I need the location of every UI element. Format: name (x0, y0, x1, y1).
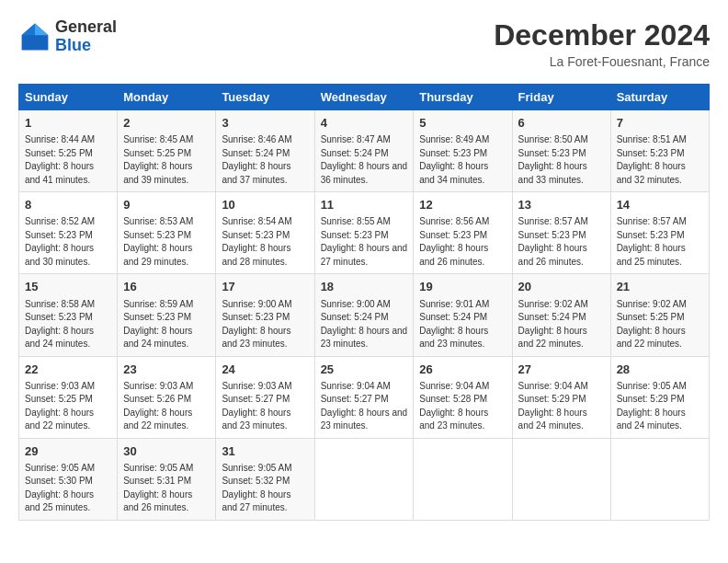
table-row (314, 438, 414, 520)
calendar-week-row: 22Sunrise: 9:03 AMSunset: 5:25 PMDayligh… (19, 356, 710, 438)
day-detail: Sunrise: 8:47 AMSunset: 5:24 PMDaylight:… (321, 133, 408, 187)
table-row: 19Sunrise: 9:01 AMSunset: 5:24 PMDayligh… (414, 274, 512, 356)
day-number: 3 (222, 115, 308, 132)
table-row: 5Sunrise: 8:49 AMSunset: 5:23 PMDaylight… (414, 110, 512, 192)
day-number: 17 (222, 279, 308, 295)
day-detail: Sunrise: 8:53 AMSunset: 5:23 PMDaylight:… (123, 215, 210, 269)
day-number: 7 (617, 115, 703, 132)
table-row: 11Sunrise: 8:55 AMSunset: 5:23 PMDayligh… (314, 192, 414, 274)
table-row: 15Sunrise: 8:58 AMSunset: 5:23 PMDayligh… (19, 274, 118, 356)
day-number: 21 (617, 279, 703, 295)
day-detail: Sunrise: 9:02 AMSunset: 5:24 PMDaylight:… (518, 298, 605, 351)
day-number: 27 (518, 362, 605, 378)
day-number: 19 (419, 279, 506, 295)
day-detail: Sunrise: 8:55 AMSunset: 5:23 PMDaylight:… (321, 215, 408, 269)
table-row: 2Sunrise: 8:45 AMSunset: 5:25 PMDaylight… (118, 110, 216, 192)
table-row: 24Sunrise: 9:03 AMSunset: 5:27 PMDayligh… (216, 356, 314, 438)
table-row: 7Sunrise: 8:51 AMSunset: 5:23 PMDaylight… (610, 110, 709, 192)
table-row (512, 438, 610, 520)
table-row: 4Sunrise: 8:47 AMSunset: 5:24 PMDaylight… (314, 110, 414, 192)
table-row (414, 438, 512, 520)
day-number: 9 (123, 197, 210, 213)
table-row: 20Sunrise: 9:02 AMSunset: 5:24 PMDayligh… (512, 274, 610, 356)
table-row: 9Sunrise: 8:53 AMSunset: 5:23 PMDaylight… (118, 192, 216, 274)
col-wednesday: Wednesday (314, 85, 414, 110)
day-number: 8 (25, 197, 111, 213)
day-detail: Sunrise: 8:49 AMSunset: 5:23 PMDaylight:… (419, 133, 506, 187)
day-detail: Sunrise: 9:00 AMSunset: 5:23 PMDaylight:… (222, 298, 308, 351)
table-row: 13Sunrise: 8:57 AMSunset: 5:23 PMDayligh… (512, 192, 610, 274)
table-row: 18Sunrise: 9:00 AMSunset: 5:24 PMDayligh… (314, 274, 414, 356)
day-detail: Sunrise: 9:03 AMSunset: 5:26 PMDaylight:… (123, 380, 210, 433)
logo-blue-text: Blue (55, 37, 117, 55)
col-tuesday: Tuesday (216, 85, 314, 110)
day-detail: Sunrise: 8:58 AMSunset: 5:23 PMDaylight:… (25, 298, 111, 351)
logo-icon (18, 20, 51, 53)
table-row: 12Sunrise: 8:56 AMSunset: 5:23 PMDayligh… (414, 192, 512, 274)
table-row: 22Sunrise: 9:03 AMSunset: 5:25 PMDayligh… (19, 356, 118, 438)
calendar-week-row: 1Sunrise: 8:44 AMSunset: 5:25 PMDaylight… (19, 110, 710, 192)
day-number: 13 (518, 197, 605, 213)
svg-marker-2 (22, 23, 35, 35)
calendar-table: Sunday Monday Tuesday Wednesday Thursday… (18, 84, 710, 521)
table-row: 25Sunrise: 9:04 AMSunset: 5:27 PMDayligh… (314, 356, 414, 438)
col-sunday: Sunday (19, 85, 118, 110)
table-row: 30Sunrise: 9:05 AMSunset: 5:31 PMDayligh… (118, 438, 216, 520)
month-title: December 2024 (494, 18, 710, 52)
day-detail: Sunrise: 9:05 AMSunset: 5:31 PMDaylight:… (123, 462, 210, 515)
logo: General Blue (18, 18, 117, 55)
calendar-week-row: 29Sunrise: 9:05 AMSunset: 5:30 PMDayligh… (19, 438, 710, 520)
day-detail: Sunrise: 9:05 AMSunset: 5:29 PMDaylight:… (617, 380, 703, 433)
day-detail: Sunrise: 9:04 AMSunset: 5:29 PMDaylight:… (518, 380, 605, 433)
day-number: 5 (419, 115, 506, 132)
day-detail: Sunrise: 9:03 AMSunset: 5:27 PMDaylight:… (222, 380, 308, 433)
day-number: 15 (25, 279, 111, 295)
table-row: 1Sunrise: 8:44 AMSunset: 5:25 PMDaylight… (19, 110, 118, 192)
day-number: 23 (123, 362, 210, 378)
col-saturday: Saturday (610, 85, 709, 110)
title-block: December 2024 La Foret-Fouesnant, France (494, 18, 710, 69)
svg-marker-1 (35, 23, 48, 35)
page-header: General Blue December 2024 La Foret-Foue… (18, 18, 710, 69)
day-detail: Sunrise: 9:00 AMSunset: 5:24 PMDaylight:… (321, 298, 408, 351)
table-row: 28Sunrise: 9:05 AMSunset: 5:29 PMDayligh… (610, 356, 709, 438)
calendar-week-row: 15Sunrise: 8:58 AMSunset: 5:23 PMDayligh… (19, 274, 710, 356)
day-detail: Sunrise: 9:01 AMSunset: 5:24 PMDaylight:… (419, 298, 506, 351)
table-row: 26Sunrise: 9:04 AMSunset: 5:28 PMDayligh… (414, 356, 512, 438)
day-number: 6 (518, 115, 605, 132)
day-detail: Sunrise: 8:45 AMSunset: 5:25 PMDaylight:… (123, 133, 210, 187)
col-thursday: Thursday (414, 85, 512, 110)
day-number: 18 (321, 279, 408, 295)
day-detail: Sunrise: 9:02 AMSunset: 5:25 PMDaylight:… (617, 298, 703, 351)
day-number: 12 (419, 197, 506, 213)
table-row: 23Sunrise: 9:03 AMSunset: 5:26 PMDayligh… (118, 356, 216, 438)
day-number: 25 (321, 362, 408, 378)
table-row: 29Sunrise: 9:05 AMSunset: 5:30 PMDayligh… (19, 438, 118, 520)
day-number: 14 (617, 197, 703, 213)
day-number: 24 (222, 362, 308, 378)
day-number: 31 (222, 443, 308, 460)
day-number: 20 (518, 279, 605, 295)
day-detail: Sunrise: 9:04 AMSunset: 5:28 PMDaylight:… (419, 380, 506, 433)
table-row: 27Sunrise: 9:04 AMSunset: 5:29 PMDayligh… (512, 356, 610, 438)
day-number: 30 (123, 443, 210, 460)
day-number: 11 (321, 197, 408, 213)
day-number: 29 (25, 443, 111, 460)
day-number: 16 (123, 279, 210, 295)
table-row: 3Sunrise: 8:46 AMSunset: 5:24 PMDaylight… (216, 110, 314, 192)
day-number: 1 (25, 115, 111, 132)
table-row: 21Sunrise: 9:02 AMSunset: 5:25 PMDayligh… (610, 274, 709, 356)
day-detail: Sunrise: 8:50 AMSunset: 5:23 PMDaylight:… (518, 133, 605, 187)
day-detail: Sunrise: 8:44 AMSunset: 5:25 PMDaylight:… (25, 133, 111, 187)
day-number: 28 (617, 362, 703, 378)
day-number: 22 (25, 362, 111, 378)
day-detail: Sunrise: 9:03 AMSunset: 5:25 PMDaylight:… (25, 380, 111, 433)
day-detail: Sunrise: 9:05 AMSunset: 5:30 PMDaylight:… (25, 462, 111, 515)
day-number: 10 (222, 197, 308, 213)
day-detail: Sunrise: 8:51 AMSunset: 5:23 PMDaylight:… (617, 133, 703, 187)
table-row: 6Sunrise: 8:50 AMSunset: 5:23 PMDaylight… (512, 110, 610, 192)
day-number: 2 (123, 115, 210, 132)
day-detail: Sunrise: 8:54 AMSunset: 5:23 PMDaylight:… (222, 215, 308, 269)
day-detail: Sunrise: 8:46 AMSunset: 5:24 PMDaylight:… (222, 133, 308, 187)
logo-general-text: General (55, 18, 117, 37)
